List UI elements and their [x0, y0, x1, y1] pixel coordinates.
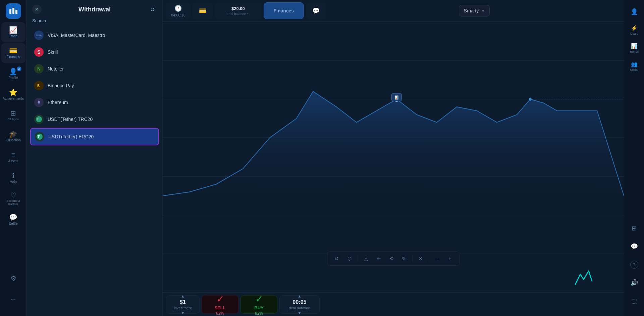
neteller-label: Neteller	[48, 66, 64, 72]
right-trends-icon: 📊	[631, 43, 638, 49]
withdrawal-item-usdt-trc[interactable]: T USDT(Tether) TRC20	[30, 111, 159, 127]
withdrawal-item-ethereum[interactable]: Ethereum	[30, 94, 159, 110]
right-deals-icon: ⚡	[631, 25, 638, 31]
sidebar-item-apps[interactable]: ⊞ 89 Apps	[1, 105, 25, 126]
withdrawal-search-label: Search	[27, 17, 162, 26]
right-item-profile[interactable]: 👤	[626, 3, 643, 20]
smarty-dropdown[interactable]: Smarty ▼	[459, 5, 490, 16]
chart-tool-percent[interactable]: %	[399, 254, 409, 263]
usdt-trc-icon: T	[34, 115, 44, 124]
withdrawal-item-usdt-erc[interactable]: T USDT(Tether) ERC20	[30, 128, 159, 145]
svg-text:B: B	[37, 84, 40, 88]
investment-control[interactable]: ▲ $1 investment ▼	[166, 295, 200, 314]
sidebar-item-battle[interactable]: 💬 Battle	[1, 210, 25, 230]
finances-tab[interactable]: Finances	[264, 2, 304, 19]
neteller-icon: N	[34, 64, 44, 74]
sidebar-bottom: ⚙ ←	[1, 268, 25, 313]
balance-button[interactable]: $20.00 real balance ~	[215, 2, 262, 19]
right-sidebar: 👤 ⚡ Deals 📊 Trends 👥 Social ⊞ 💬 ? 🔊 ⬚	[624, 0, 644, 316]
right-item-expand[interactable]: ⬚	[626, 292, 643, 309]
sidebar-label-trade: Trade	[9, 34, 18, 38]
finances-label: Finances	[273, 8, 294, 13]
right-item-volume[interactable]: 🔊	[626, 274, 643, 291]
sell-check-icon: ✓	[216, 294, 224, 305]
chat-icon: 💬	[312, 7, 320, 14]
chart-tool-rotate[interactable]: ⟲	[387, 254, 396, 263]
withdrawal-refresh-button[interactable]: ↺	[148, 5, 157, 14]
withdrawal-list: VISA VISA, MasterCard, Maestro S Skrill …	[27, 26, 162, 147]
right-item-deals[interactable]: ⚡ Deals	[626, 21, 643, 38]
right-item-grid[interactable]: ⊞	[626, 220, 643, 237]
duration-value: 00:05	[293, 299, 307, 305]
binance-icon: B	[34, 81, 44, 90]
sidebar-label-battle: Battle	[9, 222, 18, 226]
right-chat-icon: 💬	[631, 243, 638, 250]
chat-button[interactable]: 💬	[306, 2, 326, 19]
chart-area[interactable]: 📊 ↺ ⬡ △ ✏ ⟲ % ✕ — +	[163, 22, 624, 292]
withdrawal-panel: ✕ Withdrawal ↺ Search VISA VISA, MasterC…	[27, 0, 163, 316]
duration-control[interactable]: ▲ 00:05 deal duration ▼	[279, 295, 320, 314]
chart-tool-triangle[interactable]: △	[361, 254, 371, 263]
withdrawal-close-button[interactable]: ✕	[32, 5, 42, 14]
invest-up-arrow[interactable]: ▲	[181, 294, 185, 299]
sidebar-nav: 📈 Trade 💳 Finances 👤 Profile 3 ⭐ Achieve…	[0, 22, 26, 268]
sidebar-item-finances[interactable]: 💳 Finances	[1, 43, 25, 63]
bottom-bar: ▲ $1 investment ▼ ✓ SELL 82% ✓ BUY 82% ▲…	[163, 292, 624, 316]
right-social-icon: 👥	[631, 61, 638, 67]
investment-value: $1	[180, 299, 186, 305]
withdrawal-item-binance[interactable]: B Binance Pay	[30, 78, 159, 94]
sidebar-label-achievements: Achievements	[3, 97, 24, 101]
deposit-button[interactable]: 💳	[193, 2, 213, 19]
sidebar-item-settings[interactable]: ⚙	[1, 268, 25, 288]
smarty-dropdown-arrow: ▼	[481, 9, 485, 13]
sidebar-item-profile[interactable]: 👤 Profile 3	[1, 64, 25, 84]
education-icon: 🎓	[9, 131, 17, 137]
duration-down-arrow[interactable]: ▼	[298, 311, 302, 315]
time-button[interactable]: 🕐 04:08:16	[166, 2, 191, 19]
sidebar-item-partner[interactable]: ♡ Become a Partner	[1, 189, 25, 209]
chart-tool-shape[interactable]: ⬡	[345, 254, 354, 263]
sidebar-label-help: Help	[10, 180, 17, 184]
right-item-social[interactable]: 👥 Social	[626, 58, 643, 75]
trade-icon: 📈	[9, 27, 17, 33]
right-deals-label: Deals	[630, 32, 638, 35]
duration-up-arrow[interactable]: ▲	[298, 294, 302, 299]
svg-text:T: T	[38, 135, 40, 139]
buy-button[interactable]: ✓ BUY 82%	[240, 295, 277, 314]
chart-tool-pen[interactable]: ✏	[374, 254, 383, 263]
app-logo[interactable]	[6, 3, 21, 19]
withdrawal-item-visa[interactable]: VISA VISA, MasterCard, Maestro	[30, 27, 159, 43]
ethereum-label: Ethereum	[48, 100, 68, 105]
buy-pct: 82%	[255, 311, 263, 316]
sidebar-label-profile: Profile	[8, 76, 18, 80]
withdrawal-item-neteller[interactable]: N Neteller	[30, 61, 159, 77]
partner-icon: ♡	[10, 192, 16, 198]
duration-label: deal duration	[289, 306, 310, 310]
svg-rect-2	[15, 10, 17, 14]
chart-tool-undo[interactable]: ↺	[332, 254, 341, 263]
achievements-icon: ⭐	[9, 89, 17, 96]
chart-tool-minus[interactable]: —	[432, 254, 442, 263]
chart-tool-remove[interactable]: ✕	[416, 254, 425, 263]
sidebar-item-trade[interactable]: 📈 Trade	[1, 22, 25, 42]
svg-text:📊: 📊	[395, 96, 399, 100]
right-social-label: Social	[630, 68, 638, 72]
sidebar-item-education[interactable]: 🎓 Education	[1, 126, 25, 146]
right-item-trends[interactable]: 📊 Trends	[626, 40, 643, 56]
investment-label: investment	[174, 306, 192, 310]
sidebar-label-education: Education	[6, 138, 20, 142]
right-item-chat[interactable]: 💬	[626, 238, 643, 255]
sidebar-item-help[interactable]: ℹ Help	[1, 168, 25, 188]
chart-tool-plus[interactable]: +	[445, 254, 454, 263]
invest-down-arrow[interactable]: ▼	[181, 311, 185, 315]
sidebar-item-achievements[interactable]: ⭐ Achievements	[1, 85, 25, 105]
sidebar-item-assets[interactable]: ≡ Assets	[1, 147, 25, 167]
withdrawal-item-skrill[interactable]: S Skrill	[30, 44, 159, 60]
battle-icon: 💬	[9, 214, 17, 221]
sidebar-item-back[interactable]: ←	[1, 289, 25, 309]
sell-label: SELL	[214, 305, 225, 310]
right-item-help[interactable]: ?	[626, 256, 643, 273]
skrill-label: Skrill	[48, 49, 58, 55]
withdrawal-header: ✕ Withdrawal ↺	[27, 0, 162, 17]
sell-button[interactable]: ✓ SELL 82%	[202, 295, 238, 314]
